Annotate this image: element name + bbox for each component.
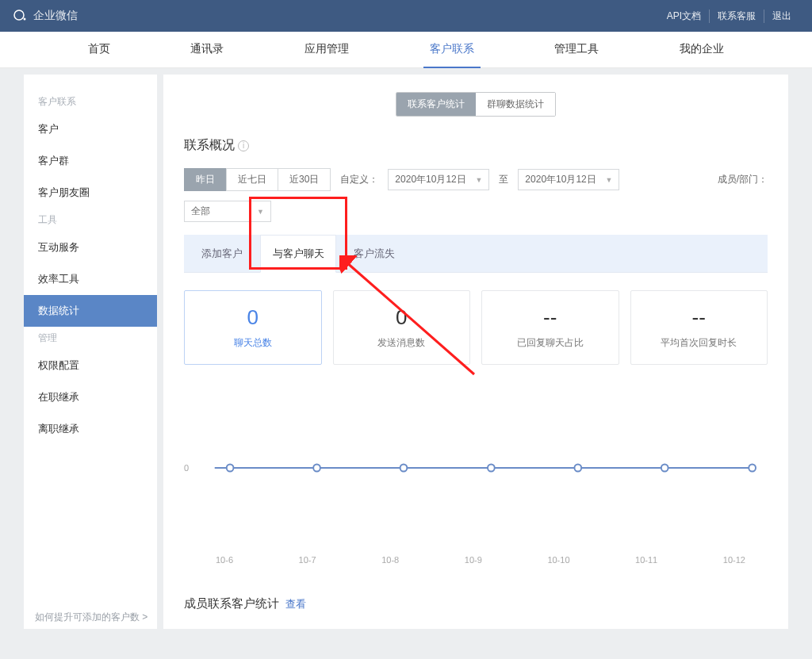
svg-point-8 (574, 465, 581, 472)
nav-apps[interactable]: 应用管理 (298, 32, 355, 68)
card-reply-rate[interactable]: -- 已回复聊天占比 (481, 290, 619, 365)
card-label: 已回复聊天占比 (490, 336, 611, 350)
trend-chart: 0 (184, 389, 768, 547)
segment-group-stats[interactable]: 群聊数据统计 (476, 93, 555, 116)
sidebar-group-manage: 管理 (24, 327, 157, 350)
stat-cards: 0 聊天总数 0 发送消息数 -- 已回复聊天占比 -- 平均首次回复时长 (184, 290, 768, 365)
header-link-api[interactable]: API文档 (659, 10, 709, 23)
card-label: 平均首次回复时长 (639, 336, 760, 350)
content-area: 联系客户统计 群聊数据统计 联系概况 i 昨日 近七日 近30日 自定义： 20… (163, 75, 788, 629)
dept-label: 成员/部门： (718, 173, 768, 186)
card-first-reply-time[interactable]: -- 平均首次回复时长 (630, 290, 768, 365)
custom-label: 自定义： (340, 173, 378, 186)
tab-chat-customer[interactable]: 与客户聊天 (260, 235, 336, 273)
date-from-select[interactable]: 2020年10月12日▼ (388, 169, 489, 190)
card-sent-messages[interactable]: 0 发送消息数 (333, 290, 471, 365)
section2-title: 成员联系客户统计 查看 (184, 596, 768, 611)
header-links: API文档 联系客服 退出 (659, 10, 799, 23)
card-value: -- (639, 305, 760, 330)
nav-company[interactable]: 我的企业 (673, 32, 730, 68)
svg-point-9 (661, 465, 668, 472)
range-30days[interactable]: 近30日 (278, 168, 331, 191)
nav-home[interactable]: 首页 (82, 32, 117, 68)
svg-point-0 (14, 10, 24, 20)
card-label: 聊天总数 (193, 336, 313, 350)
dept-select[interactable]: 全部▼ (184, 201, 271, 222)
nav-tools[interactable]: 管理工具 (548, 32, 605, 68)
sidebar-tip[interactable]: 如何提升可添加的客户数 > (35, 611, 147, 624)
brand-text: 企业微信 (33, 9, 78, 23)
metric-tabs: 添加客户 与客户聊天 客户流失 (184, 235, 768, 273)
tab-churn[interactable]: 客户流失 (336, 235, 412, 272)
nav-contacts[interactable]: 通讯录 (184, 32, 230, 68)
chevron-down-icon: ▼ (605, 176, 612, 184)
main-nav: 首页 通讯录 应用管理 客户联系 管理工具 我的企业 (0, 32, 812, 68)
chart-xlabels: 10-6 10-7 10-8 10-9 10-10 10-11 10-12 (184, 555, 768, 565)
section-title: 联系概况 i (184, 137, 768, 154)
sidebar: 客户联系 客户 客户群 客户朋友圈 工具 互动服务 效率工具 数据统计 管理 权… (24, 75, 157, 629)
brand-logo: 企业微信 (13, 8, 78, 24)
filter-row: 昨日 近七日 近30日 自定义： 2020年10月12日▼ 至 2020年10月… (184, 168, 768, 222)
sidebar-item-moments[interactable]: 客户朋友圈 (24, 177, 157, 209)
header-link-support[interactable]: 联系客服 (709, 10, 764, 23)
chevron-down-icon: ▼ (257, 208, 264, 216)
sidebar-item-permission[interactable]: 权限配置 (24, 350, 157, 381)
chevron-down-icon: ▼ (475, 176, 482, 184)
header-link-logout[interactable]: 退出 (764, 10, 799, 23)
nav-customer[interactable]: 客户联系 (423, 32, 481, 68)
logo-icon (13, 8, 29, 24)
svg-point-4 (227, 465, 234, 472)
card-label: 发送消息数 (342, 336, 462, 350)
card-value: 0 (193, 305, 313, 330)
segment-control: 联系客户统计 群聊数据统计 (396, 92, 556, 117)
sidebar-item-inherit-leave[interactable]: 离职继承 (24, 413, 157, 445)
sidebar-item-customers[interactable]: 客户 (24, 113, 157, 145)
svg-point-10 (749, 465, 756, 472)
tab-add-customer[interactable]: 添加客户 (184, 235, 260, 272)
svg-point-6 (400, 465, 408, 472)
date-to-select[interactable]: 2020年10月12日▼ (518, 169, 619, 190)
sidebar-item-groups[interactable]: 客户群 (24, 145, 157, 177)
range-7days[interactable]: 近七日 (226, 168, 278, 191)
sidebar-group-customer: 客户联系 (24, 90, 157, 113)
sidebar-item-inherit-active[interactable]: 在职继承 (24, 381, 157, 413)
card-value: 0 (342, 305, 462, 330)
segment-customer-stats[interactable]: 联系客户统计 (396, 93, 476, 116)
card-total-chats[interactable]: 0 聊天总数 (184, 290, 322, 365)
chart-ylabel: 0 (184, 463, 189, 473)
time-range-buttons: 昨日 近七日 近30日 (184, 168, 331, 191)
sidebar-item-interact[interactable]: 互动服务 (24, 232, 157, 263)
svg-point-5 (313, 465, 320, 472)
sidebar-group-tools: 工具 (24, 209, 157, 232)
card-value: -- (490, 305, 611, 330)
svg-point-7 (488, 465, 495, 472)
svg-point-1 (24, 18, 26, 21)
sidebar-item-stats[interactable]: 数据统计 (24, 295, 157, 327)
section-title-text: 联系概况 (184, 137, 235, 154)
view-details-link[interactable]: 查看 (285, 598, 306, 610)
sidebar-item-efficiency[interactable]: 效率工具 (24, 263, 157, 295)
to-label: 至 (499, 173, 508, 186)
info-icon[interactable]: i (238, 140, 249, 151)
range-yesterday[interactable]: 昨日 (184, 168, 227, 191)
